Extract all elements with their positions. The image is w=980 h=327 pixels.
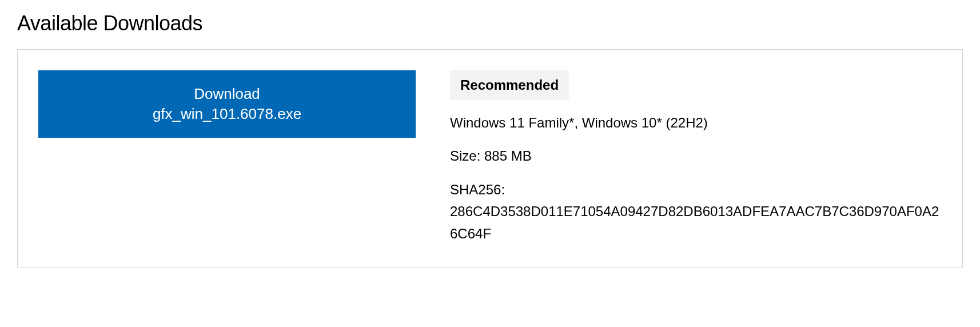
download-info: Recommended Windows 11 Family*, Windows … <box>450 70 942 245</box>
download-button[interactable]: Download gfx_win_101.6078.exe <box>38 70 416 138</box>
download-button-label: Download <box>50 84 404 104</box>
download-button-filename: gfx_win_101.6078.exe <box>50 104 404 124</box>
os-support-text: Windows 11 Family*, Windows 10* (22H2) <box>450 113 942 133</box>
sha-label: SHA256: <box>450 179 942 201</box>
sha-value: 286C4D3538D011E71054A09427D82DB6013ADFEA… <box>450 201 942 245</box>
recommended-badge: Recommended <box>450 70 569 100</box>
section-title: Available Downloads <box>17 11 963 35</box>
size-text: Size: 885 MB <box>450 146 942 166</box>
sha-block: SHA256: 286C4D3538D011E71054A09427D82DB6… <box>450 179 942 245</box>
download-card: Download gfx_win_101.6078.exe Recommende… <box>17 49 963 268</box>
